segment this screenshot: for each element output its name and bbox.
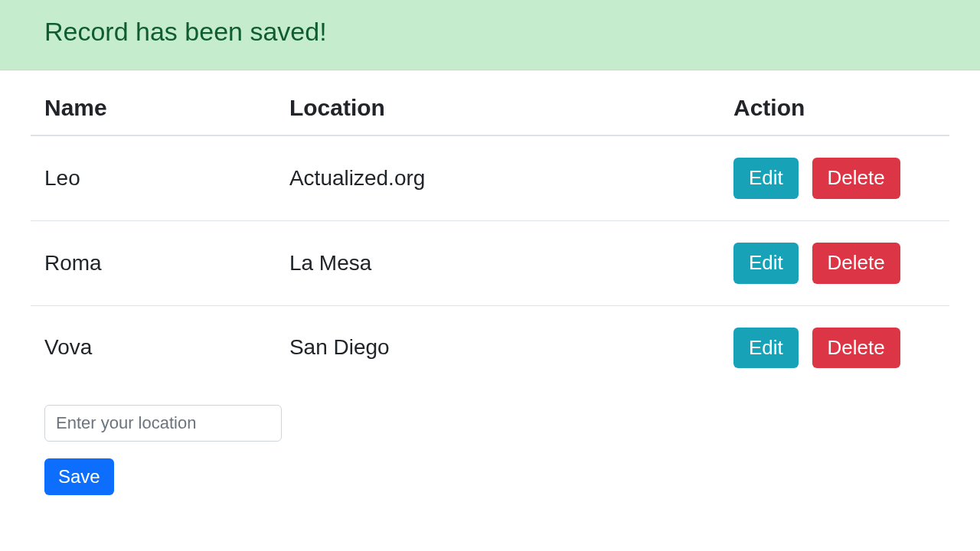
delete-button[interactable]: Delete — [812, 158, 900, 199]
cell-name: Vova — [31, 305, 276, 390]
main-content: Name Location Action Leo Actualized.org … — [0, 78, 980, 495]
edit-button[interactable]: Edit — [733, 243, 799, 284]
table-row: Roma La Mesa Edit Delete — [31, 220, 949, 305]
cell-action: Edit Delete — [720, 220, 949, 305]
cell-location: La Mesa — [276, 220, 720, 305]
cell-location: Actualized.org — [276, 135, 720, 220]
column-header-name: Name — [31, 78, 276, 135]
delete-button[interactable]: Delete — [812, 328, 900, 369]
cell-location: San Diego — [276, 305, 720, 390]
edit-button[interactable]: Edit — [733, 328, 799, 369]
save-button[interactable]: Save — [44, 458, 114, 494]
table-header-row: Name Location Action — [31, 78, 949, 135]
cell-name: Leo — [31, 135, 276, 220]
location-input[interactable] — [44, 405, 282, 442]
edit-button[interactable]: Edit — [733, 158, 799, 199]
column-header-location: Location — [276, 78, 720, 135]
column-header-action: Action — [720, 78, 949, 135]
records-table: Name Location Action Leo Actualized.org … — [31, 78, 949, 390]
cell-action: Edit Delete — [720, 305, 949, 390]
cell-action: Edit Delete — [720, 135, 949, 220]
form-area: Save — [31, 390, 949, 494]
cell-name: Roma — [31, 220, 276, 305]
delete-button[interactable]: Delete — [812, 243, 900, 284]
table-row: Vova San Diego Edit Delete — [31, 305, 949, 390]
table-row: Leo Actualized.org Edit Delete — [31, 135, 949, 220]
alert-success: Record has been saved! — [0, 0, 980, 70]
